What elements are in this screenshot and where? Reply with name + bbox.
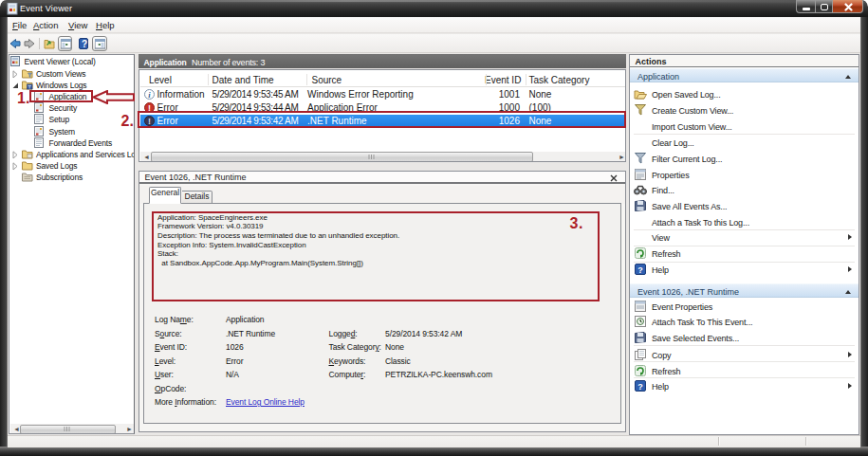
svg-text:?: ? (82, 39, 87, 49)
svg-text:?: ? (637, 382, 642, 392)
svg-text:?: ? (637, 264, 642, 274)
